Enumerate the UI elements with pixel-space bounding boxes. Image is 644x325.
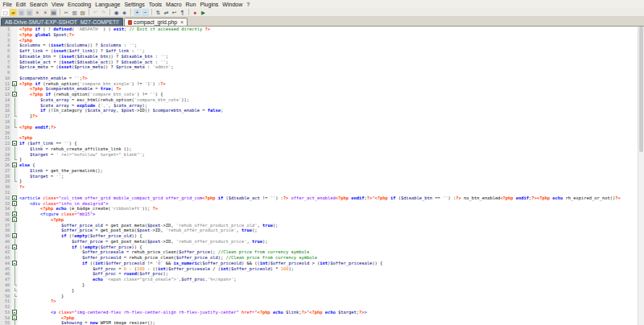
code-line[interactable]: $aff_link = (isset($aff_link)) ? $aff_li… [18, 48, 145, 54]
save-all-icon[interactable]: ▦ [26, 9, 33, 16]
code-line[interactable] [18, 190, 19, 195]
undo-icon[interactable]: ↶ [92, 9, 99, 16]
code-line[interactable]: echo '<span class="grid_onsale">'.$off_p… [18, 277, 236, 282]
code-line[interactable]: <article class="col_item offer_grid mobi… [18, 195, 621, 201]
fold-toggle-icon[interactable] [12, 92, 17, 97]
copy-icon[interactable]: ▥ [71, 9, 78, 16]
code-line[interactable]: $offer_price_old = get_post_meta($post->… [18, 223, 278, 228]
close-icon[interactable]: × [34, 9, 41, 16]
code-line[interactable]: } [18, 179, 22, 184]
menu-item-help[interactable]: ? [245, 2, 252, 7]
save-icon[interactable]: ▦ [18, 9, 25, 16]
code-line[interactable] [18, 304, 19, 310]
find-icon[interactable]: ◉ [113, 9, 120, 16]
code-line[interactable]: $offer_price = get_post_meta($post->ID, … [18, 239, 267, 245]
code-line[interactable]: ?> [18, 184, 25, 190]
code-line[interactable]: $target = ''; [18, 174, 64, 179]
code-line[interactable]: $disable_act = (isset($disable_act)) ? $… [18, 60, 168, 65]
code-line[interactable]: <?php echo (e_badge_create('ribbonleft')… [18, 206, 158, 212]
code-line[interactable]: <figure class="mb15"> [18, 212, 95, 217]
menu-item-edit[interactable]: Edit [14, 2, 27, 7]
menu-item-plugins[interactable]: Plugins [198, 2, 221, 7]
code-line[interactable]: $showing = new WPSM_image_resizer(); [18, 320, 155, 325]
code-line[interactable]: $link = rehub_create_affiliate_link (); [18, 146, 132, 152]
macro-play-icon[interactable]: ▶ [200, 9, 207, 16]
fold-toggle-icon[interactable] [12, 81, 17, 86]
code-line[interactable]: <?php [18, 135, 32, 141]
open-folder-icon[interactable]: ▰ [10, 9, 17, 16]
menu-item-window[interactable]: Window [221, 2, 245, 7]
code-line[interactable]: $off_proc = round($off_proc); [18, 271, 168, 277]
word-wrap-icon[interactable]: ↩ [171, 9, 178, 16]
menu-item-run[interactable]: Run [184, 2, 198, 7]
sync-vertical-icon[interactable]: ⇅ [155, 9, 162, 16]
menu-item-search[interactable]: Search [27, 2, 49, 7]
code-line[interactable]: <?php [18, 315, 74, 321]
code-line[interactable]: <?php if (rehub_option('compare_btn_sing… [18, 81, 166, 87]
menu-item-macro[interactable]: Macro [164, 2, 184, 7]
code-line[interactable]: $link = get_the_permalink(); [18, 168, 103, 174]
menu-item-view[interactable]: View [50, 2, 66, 7]
menu-item-language[interactable]: Language [93, 2, 122, 7]
code-line[interactable]: <div class="info_in_dealgrid"> [18, 201, 108, 207]
code-line[interactable]: if (!empty($offer_price_old)) { [18, 233, 142, 239]
code-line[interactable]: $disable_btn = (isset($disable_btn)) ? $… [18, 54, 168, 60]
code-line[interactable]: } [18, 294, 64, 299]
code-line[interactable]: $off_proc = 0 - (100 - ((int)$offer_pric… [18, 266, 294, 272]
fold-toggle-icon[interactable] [12, 201, 17, 206]
code-line[interactable]: <a class="img-centered-flex rh-flex-cent… [18, 310, 367, 315]
code-line[interactable]: } [18, 157, 22, 162]
code-line[interactable]: if ($aff_link == '') { [18, 141, 76, 146]
code-line[interactable] [18, 70, 19, 76]
code-line[interactable]: if ((int)$offer_priceold != '0' && is_nu… [18, 261, 382, 266]
cut-icon[interactable]: ✂ [63, 9, 70, 16]
show-all-chars-icon[interactable]: ¶ [179, 9, 186, 16]
redo-icon[interactable]: ↷ [100, 9, 107, 16]
code-line[interactable] [18, 119, 19, 125]
replace-icon[interactable]: ◈ [121, 9, 128, 16]
menu-item-encoding[interactable]: Encoding [66, 2, 93, 7]
fold-toggle-icon[interactable] [12, 315, 17, 320]
fold-toggle-icon[interactable] [12, 141, 17, 146]
code-line[interactable]: $target = ' rel="nofollow" target="_blan… [18, 152, 145, 158]
fold-toggle-icon[interactable] [12, 217, 17, 222]
code-line[interactable]: <?php global $post;?> [18, 32, 74, 38]
code-line[interactable]: $offer_pricesale = rehub_price_clean($of… [18, 249, 309, 255]
code-line[interactable]: <?php if (rehub_option('compare_btn_cats… [18, 92, 163, 97]
fold-toggle-icon[interactable] [12, 195, 17, 200]
zoom-out-icon[interactable]: − [142, 9, 149, 16]
code-line[interactable]: else { [18, 162, 35, 168]
code-line[interactable]: $price_meta = (isset($price_meta)) ? $pr… [18, 64, 174, 70]
print-icon[interactable]: ▤ [50, 9, 57, 16]
code-line[interactable] [18, 130, 19, 136]
code-line[interactable]: $cats_array = explode (',', $cats_array)… [18, 103, 147, 109]
fold-toggle-icon[interactable] [12, 233, 17, 238]
code-line[interactable]: }?> [18, 113, 38, 119]
code-line[interactable]: ?> [18, 298, 56, 304]
macro-record-icon[interactable]: ● [192, 9, 199, 16]
code-line[interactable]: if (!empty($offer_price)) { [18, 245, 142, 250]
fold-toggle-icon[interactable] [12, 212, 17, 216]
fold-toggle-icon[interactable] [12, 245, 17, 249]
code-area[interactable]: 1<?php if ( ! defined( 'ABSPATH' ) ) exi… [0, 27, 638, 325]
code-line[interactable]: <?php [18, 217, 64, 223]
new-file-icon[interactable]: ▢ [2, 9, 9, 16]
paste-icon[interactable]: ▨ [79, 9, 86, 16]
code-line[interactable]: if (!in_category ($cats_array, $post->ID… [18, 108, 223, 113]
fold-toggle-icon[interactable] [12, 261, 17, 265]
code-line[interactable]: <?php if ( ! defined( 'ABSPATH' ) ) exit… [18, 27, 210, 32]
menu-item-tools[interactable]: Tools [147, 2, 163, 7]
tab-close-icon[interactable]: × [180, 20, 184, 25]
code-line[interactable]: $offer_price = get_post_meta($post->ID, … [18, 228, 257, 233]
close-all-icon[interactable]: × [42, 9, 49, 16]
scrollbar-thumb[interactable] [639, 27, 643, 152]
vertical-scrollbar[interactable] [638, 27, 644, 325]
code-line[interactable]: $offer_priceold = rehub_price_clean($off… [18, 255, 317, 261]
code-line[interactable]: $comparebtn_enable = '';?> [18, 76, 87, 81]
fold-toggle-icon[interactable] [12, 162, 17, 167]
tab-compact-grid-php[interactable]: compact_grid.php× [124, 18, 188, 26]
code-line[interactable]: $cats_array = esc_html(rehub_option('com… [18, 97, 189, 103]
code-line[interactable]: $columns = (isset($columns)) ? $columns … [18, 43, 137, 48]
menu-item-file[interactable]: File [1, 2, 14, 7]
zoom-in-icon[interactable]: + [134, 9, 141, 16]
